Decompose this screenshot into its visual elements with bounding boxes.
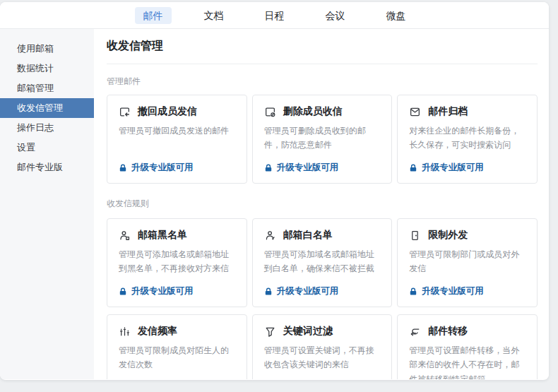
tab-drive[interactable]: 微盘 xyxy=(378,7,415,24)
card-description: 对来往企业的邮件长期备份，长久保存，可实时搜索访问 xyxy=(409,124,526,153)
card-description: 管理员可设置关键词，不再接收包含该关键词的来信 xyxy=(264,343,381,372)
card-mail-recall[interactable]: 撤回成员发信 管理员可撤回成员发送的邮件 升级专业版可用 xyxy=(107,95,247,184)
sidebar-item-settings[interactable]: 设置 xyxy=(0,138,94,158)
upgrade-pro-link[interactable]: 升级专业版可用 xyxy=(264,285,339,297)
card-mail-archive[interactable]: 邮件归档 对来往企业的邮件长期备份，长久保存，可实时搜索访问 升级专业版可用 xyxy=(397,95,538,184)
card-description: 管理员可设置邮件转移，当外部来信的收件人不存在时，邮件被转移到特定邮箱 xyxy=(409,343,526,379)
sidebar-item-mail-pro[interactable]: 邮件专业版 xyxy=(0,158,94,177)
lock-icon xyxy=(409,164,417,172)
card-title: 删除成员收信 xyxy=(283,105,343,118)
sidebar: 使用邮箱 数据统计 邮箱管理 收发信管理 操作日志 设置 邮件专业版 xyxy=(0,29,94,379)
card-mail-transfer[interactable]: 邮件转移 管理员可设置邮件转移，当外部来信的收件人不存在时，邮件被转移到特定邮箱… xyxy=(397,314,538,379)
card-mail-delete[interactable]: 删除成员收信 管理员可删除成员收到的邮件，防范恶意邮件 升级专业版可用 xyxy=(252,95,393,184)
mail-transfer-icon xyxy=(409,326,421,338)
sidebar-item-data-stats[interactable]: 数据统计 xyxy=(0,59,94,78)
sidebar-item-mail-usage[interactable]: 使用邮箱 xyxy=(0,39,94,59)
card-title: 邮箱黑名单 xyxy=(138,229,187,242)
card-mail-whitelist[interactable]: 邮箱白名单 管理员可添加域名或邮箱地址到白名单，确保来信不被拦截 升级专业版可用 xyxy=(252,218,393,307)
sidebar-item-send-receive-management[interactable]: 收发信管理 xyxy=(0,98,94,118)
card-description: 管理员可添加域名或邮箱地址到黑名单，不再接收对方来信 xyxy=(119,247,235,276)
tab-meeting[interactable]: 会议 xyxy=(317,7,354,24)
upgrade-pro-link[interactable]: 升级专业版可用 xyxy=(409,285,484,297)
card-description: 管理员可限制成员对陌生人的发信次数 xyxy=(119,343,235,372)
lock-icon xyxy=(119,164,127,172)
card-restrict-outgoing[interactable]: 限制外发 管理员可限制部门或成员对外发信 升级专业版可用 xyxy=(397,218,538,307)
lock-icon xyxy=(264,287,273,296)
card-grid-rules: 邮箱黑名单 管理员可添加域名或邮箱地址到黑名单，不再接收对方来信 升级专业版可用 xyxy=(107,218,538,379)
tab-schedule[interactable]: 日程 xyxy=(256,7,293,24)
mail-delete-icon xyxy=(264,106,276,118)
lock-icon xyxy=(409,287,417,296)
sidebar-item-mailbox-management[interactable]: 邮箱管理 xyxy=(0,78,94,98)
lock-icon xyxy=(119,287,127,296)
upgrade-pro-link[interactable]: 升级专业版可用 xyxy=(119,162,194,174)
card-title: 关键词过滤 xyxy=(283,325,333,338)
upgrade-pro-link[interactable]: 升级专业版可用 xyxy=(264,162,339,174)
frequency-chart-icon xyxy=(119,326,131,338)
main-content: 收发信管理 管理邮件 撤回成员发信 管理员可撤回成员发送的邮件 xyxy=(94,29,549,379)
section-label-manage-mail: 管理邮件 xyxy=(107,76,538,88)
card-title: 邮件转移 xyxy=(428,325,468,338)
page-title: 收发信管理 xyxy=(107,35,538,64)
sidebar-item-operation-log[interactable]: 操作日志 xyxy=(0,118,94,138)
keyword-filter-icon xyxy=(264,326,276,338)
section-label-send-receive-rules: 收发信规则 xyxy=(107,198,538,210)
card-title: 发信频率 xyxy=(138,325,177,338)
card-title: 邮件归档 xyxy=(428,105,468,118)
mail-archive-icon xyxy=(409,106,421,118)
upgrade-pro-link[interactable]: 升级专业版可用 xyxy=(409,162,484,174)
top-nav: 邮件 文档 日程 会议 微盘 xyxy=(0,2,549,29)
card-keyword-filter[interactable]: 关键词过滤 管理员可设置关键词，不再接收包含该关键词的来信 升级专业版可用 xyxy=(252,314,393,379)
card-description: 管理员可撤回成员发送的邮件 xyxy=(119,124,235,138)
tab-docs[interactable]: 文档 xyxy=(196,7,232,24)
card-mail-blacklist[interactable]: 邮箱黑名单 管理员可添加域名或邮箱地址到黑名单，不再接收对方来信 升级专业版可用 xyxy=(107,218,247,307)
tab-mail[interactable]: 邮件 xyxy=(135,7,172,24)
lock-icon xyxy=(264,164,273,172)
user-blacklist-icon xyxy=(119,230,131,242)
card-description: 管理员可删除成员收到的邮件，防范恶意邮件 xyxy=(264,124,381,153)
mail-recall-icon xyxy=(119,106,131,118)
upgrade-pro-link[interactable]: 升级专业版可用 xyxy=(119,285,194,297)
user-whitelist-icon xyxy=(264,230,276,242)
card-title: 邮箱白名单 xyxy=(283,229,333,242)
card-description: 管理员可添加域名或邮箱地址到白名单，确保来信不被拦截 xyxy=(264,247,381,276)
card-title: 撤回成员发信 xyxy=(138,105,197,118)
card-send-frequency[interactable]: 发信频率 管理员可限制成员对陌生人的发信次数 升级专业版可用 xyxy=(107,314,247,379)
card-title: 限制外发 xyxy=(428,229,468,242)
door-restrict-icon xyxy=(409,230,421,242)
app-window: 邮件 文档 日程 会议 微盘 使用邮箱 数据统计 邮箱管理 收发信管理 操作日志… xyxy=(0,2,549,380)
card-description: 管理员可限制部门或成员对外发信 xyxy=(409,247,526,276)
card-grid-manage-mail: 撤回成员发信 管理员可撤回成员发送的邮件 升级专业版可用 xyxy=(107,95,538,184)
